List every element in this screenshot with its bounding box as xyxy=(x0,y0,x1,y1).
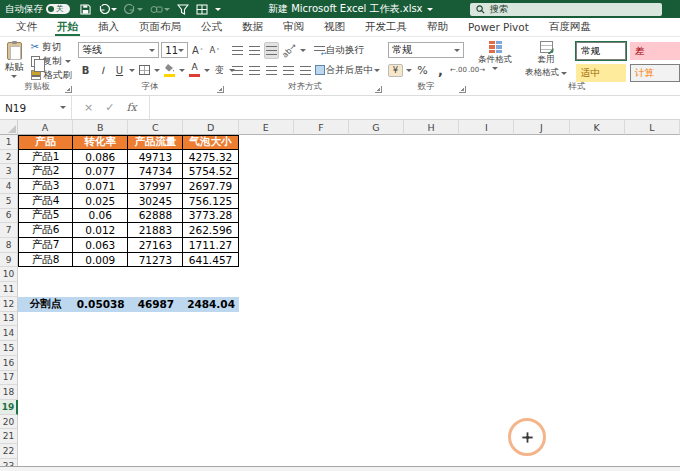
cell-I12[interactable] xyxy=(459,297,514,312)
cell-style-适中[interactable]: 适中 xyxy=(576,64,626,82)
cell-K10[interactable] xyxy=(570,267,625,282)
cell-F4[interactable] xyxy=(294,179,349,194)
underline-dropdown-icon[interactable] xyxy=(129,69,135,72)
cell-G21[interactable] xyxy=(349,429,404,444)
cell-G16[interactable] xyxy=(349,356,404,371)
row-header-23[interactable]: 23 xyxy=(0,459,18,466)
redo-dropdown-icon[interactable] xyxy=(137,8,143,11)
tab-开始[interactable]: 开始 xyxy=(47,18,88,36)
cell-I17[interactable] xyxy=(459,371,514,386)
cell-E10[interactable] xyxy=(239,267,294,282)
cell-B15[interactable] xyxy=(73,341,128,356)
cell-I8[interactable] xyxy=(459,238,514,253)
cell-G17[interactable] xyxy=(349,371,404,386)
cell-H5[interactable] xyxy=(404,194,459,209)
cell-D4[interactable]: 2697.79 xyxy=(183,179,238,194)
cell-K23[interactable] xyxy=(570,459,625,466)
tab-插入[interactable]: 插入 xyxy=(88,18,129,36)
increase-decimal-button[interactable]: ←.00 xyxy=(451,62,466,79)
cell-H4[interactable] xyxy=(404,179,459,194)
cell-C16[interactable] xyxy=(128,356,183,371)
cell-D17[interactable] xyxy=(183,371,238,386)
cell-D19[interactable] xyxy=(183,400,238,415)
row-header-21[interactable]: 21 xyxy=(0,429,18,444)
cell-I15[interactable] xyxy=(459,341,514,356)
cell-F3[interactable] xyxy=(294,164,349,179)
cell-G23[interactable] xyxy=(349,459,404,466)
cell-L14[interactable] xyxy=(625,326,680,341)
cell-L6[interactable] xyxy=(625,209,680,224)
cell-I22[interactable] xyxy=(459,444,514,459)
cell-B20[interactable] xyxy=(73,415,128,430)
cell-I18[interactable] xyxy=(459,385,514,400)
cell-D18[interactable] xyxy=(183,385,238,400)
cell-J18[interactable] xyxy=(514,385,569,400)
cell-A7[interactable]: 产品6 xyxy=(18,223,73,238)
cell-L21[interactable] xyxy=(625,429,680,444)
row-header-16[interactable]: 16 xyxy=(0,356,18,371)
cell-G6[interactable] xyxy=(349,209,404,224)
align-left-button[interactable] xyxy=(230,62,245,79)
cell-J16[interactable] xyxy=(514,356,569,371)
title-dropdown-icon[interactable] xyxy=(427,8,433,11)
format-as-table-button[interactable]: 套用 表格格式 xyxy=(522,41,570,79)
cell-C21[interactable] xyxy=(128,429,183,444)
cell-E16[interactable] xyxy=(239,356,294,371)
cell-H2[interactable] xyxy=(404,150,459,165)
cell-E18[interactable] xyxy=(239,385,294,400)
cell-C12[interactable]: 46987 xyxy=(128,297,183,312)
cell-G8[interactable] xyxy=(349,238,404,253)
undo-button[interactable] xyxy=(98,4,117,15)
cell-B17[interactable] xyxy=(73,371,128,386)
cell-E8[interactable] xyxy=(239,238,294,253)
cell-I16[interactable] xyxy=(459,356,514,371)
column-header-K[interactable]: K xyxy=(570,120,625,135)
cell-A10[interactable] xyxy=(18,267,73,282)
align-middle-button[interactable] xyxy=(247,42,262,59)
font-dialog-launcher[interactable] xyxy=(217,86,224,93)
cell-F7[interactable] xyxy=(294,223,349,238)
increase-font-button[interactable]: A˄ xyxy=(190,42,205,59)
cell-F6[interactable] xyxy=(294,209,349,224)
cell-F10[interactable] xyxy=(294,267,349,282)
cell-E6[interactable] xyxy=(239,209,294,224)
italic-button[interactable]: I xyxy=(95,62,110,79)
orientation-dropdown-icon[interactable] xyxy=(300,49,306,52)
cell-L15[interactable] xyxy=(625,341,680,356)
cell-F9[interactable] xyxy=(294,253,349,268)
cell-C1[interactable]: 产品流量 xyxy=(128,135,183,150)
cell-C2[interactable]: 49713 xyxy=(128,150,183,165)
underline-button[interactable]: U xyxy=(112,62,127,79)
cell-E22[interactable] xyxy=(239,444,294,459)
cell-F17[interactable] xyxy=(294,371,349,386)
cell-E14[interactable] xyxy=(239,326,294,341)
cell-B21[interactable] xyxy=(73,429,128,444)
autosave-switch[interactable]: 关 xyxy=(46,4,70,14)
cell-E7[interactable] xyxy=(239,223,294,238)
font-family-select[interactable]: 等线 xyxy=(78,42,159,58)
cell-C18[interactable] xyxy=(128,385,183,400)
cell-C7[interactable]: 21883 xyxy=(128,223,183,238)
cell-E19[interactable] xyxy=(239,400,294,415)
cell-F15[interactable] xyxy=(294,341,349,356)
cell-E5[interactable] xyxy=(239,194,294,209)
tab-文件[interactable]: 文件 xyxy=(6,18,47,36)
cell-L3[interactable] xyxy=(625,164,680,179)
cancel-button[interactable]: × xyxy=(84,101,93,114)
tab-Power Pivot[interactable]: Power Pivot xyxy=(458,18,539,36)
comma-style-button[interactable]: , xyxy=(433,62,448,79)
cell-E17[interactable] xyxy=(239,371,294,386)
cell-A13[interactable] xyxy=(18,312,73,327)
cell-B1[interactable]: 转化率 xyxy=(73,135,128,150)
cell-G11[interactable] xyxy=(349,282,404,297)
cell-L22[interactable] xyxy=(625,444,680,459)
merge-center-button[interactable]: 合并后居中 xyxy=(315,62,380,79)
cell-L13[interactable] xyxy=(625,312,680,327)
cell-I21[interactable] xyxy=(459,429,514,444)
cell-K2[interactable] xyxy=(570,150,625,165)
cell-A23[interactable] xyxy=(18,459,73,466)
cell-H9[interactable] xyxy=(404,253,459,268)
cell-K6[interactable] xyxy=(570,209,625,224)
clipboard-dialog-launcher[interactable] xyxy=(65,86,72,93)
cell-F23[interactable] xyxy=(294,459,349,466)
